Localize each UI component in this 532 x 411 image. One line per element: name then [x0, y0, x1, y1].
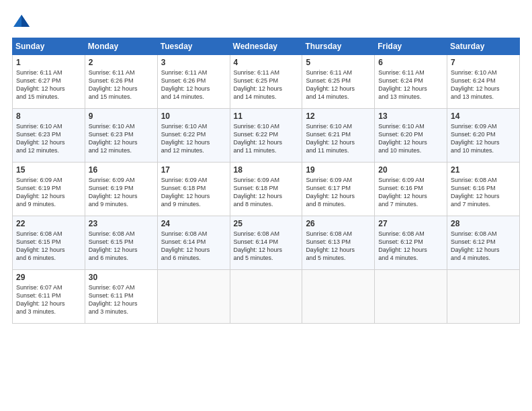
calendar-cell: 3Sunrise: 6:11 AMSunset: 6:26 PMDaylight… — [157, 55, 230, 109]
calendar-cell: 11Sunrise: 6:10 AMSunset: 6:22 PMDayligh… — [230, 109, 302, 163]
calendar-cell: 28Sunrise: 6:08 AMSunset: 6:12 PMDayligh… — [447, 216, 520, 270]
day-number: 4 — [234, 58, 299, 67]
calendar-cell: 1Sunrise: 6:11 AMSunset: 6:27 PMDaylight… — [13, 55, 85, 109]
calendar-cell: 2Sunrise: 6:11 AMSunset: 6:26 PMDaylight… — [85, 55, 157, 109]
day-info: Sunrise: 6:09 AMSunset: 6:18 PMDaylight:… — [234, 177, 283, 208]
day-info: Sunrise: 6:10 AMSunset: 6:24 PMDaylight:… — [451, 69, 500, 100]
day-info: Sunrise: 6:10 AMSunset: 6:23 PMDaylight:… — [89, 123, 138, 154]
day-number: 3 — [161, 58, 226, 67]
day-info: Sunrise: 6:10 AMSunset: 6:22 PMDaylight:… — [234, 123, 283, 154]
day-info: Sunrise: 6:08 AMSunset: 6:12 PMDaylight:… — [451, 230, 500, 261]
day-number: 7 — [451, 58, 516, 67]
calendar-header-friday: Friday — [375, 38, 447, 55]
calendar-cell: 20Sunrise: 6:09 AMSunset: 6:16 PMDayligh… — [375, 163, 447, 216]
day-number: 17 — [161, 165, 226, 175]
day-number: 6 — [378, 58, 443, 67]
day-info: Sunrise: 6:07 AMSunset: 6:11 PMDaylight:… — [89, 284, 138, 315]
calendar-week-2: 8Sunrise: 6:10 AMSunset: 6:23 PMDaylight… — [13, 109, 520, 163]
day-number: 13 — [378, 111, 443, 121]
calendar-cell: 15Sunrise: 6:09 AMSunset: 6:19 PMDayligh… — [13, 163, 85, 216]
calendar-cell: 24Sunrise: 6:08 AMSunset: 6:14 PMDayligh… — [157, 216, 230, 270]
day-number: 25 — [234, 219, 299, 228]
calendar-cell: 29Sunrise: 6:07 AMSunset: 6:11 PMDayligh… — [13, 270, 85, 324]
day-number: 30 — [89, 273, 154, 282]
day-info: Sunrise: 6:11 AMSunset: 6:26 PMDaylight:… — [161, 69, 210, 100]
day-info: Sunrise: 6:08 AMSunset: 6:15 PMDaylight:… — [16, 230, 65, 261]
day-number: 5 — [306, 58, 371, 67]
calendar-cell: 22Sunrise: 6:08 AMSunset: 6:15 PMDayligh… — [13, 216, 85, 270]
day-number: 27 — [378, 219, 443, 228]
svg-marker-1 — [21, 15, 30, 27]
calendar-cell: 25Sunrise: 6:08 AMSunset: 6:14 PMDayligh… — [230, 216, 302, 270]
calendar-cell: 6Sunrise: 6:11 AMSunset: 6:24 PMDaylight… — [375, 55, 447, 109]
day-number: 22 — [16, 219, 81, 228]
calendar-page: SundayMondayTuesdayWednesdayThursdayFrid… — [0, 0, 532, 411]
calendar-cell — [230, 270, 302, 324]
day-info: Sunrise: 6:10 AMSunset: 6:22 PMDaylight:… — [161, 123, 210, 154]
logo — [12, 12, 34, 31]
calendar-cell: 4Sunrise: 6:11 AMSunset: 6:25 PMDaylight… — [230, 55, 302, 109]
day-number: 2 — [89, 58, 154, 67]
day-info: Sunrise: 6:09 AMSunset: 6:18 PMDaylight:… — [161, 177, 210, 208]
day-info: Sunrise: 6:10 AMSunset: 6:23 PMDaylight:… — [16, 123, 65, 154]
calendar-week-4: 22Sunrise: 6:08 AMSunset: 6:15 PMDayligh… — [13, 216, 520, 270]
day-number: 15 — [16, 165, 81, 175]
day-number: 19 — [306, 165, 371, 175]
day-info: Sunrise: 6:09 AMSunset: 6:17 PMDaylight:… — [306, 177, 355, 208]
day-info: Sunrise: 6:10 AMSunset: 6:21 PMDaylight:… — [306, 123, 355, 154]
calendar-header-row: SundayMondayTuesdayWednesdayThursdayFrid… — [13, 38, 520, 55]
calendar-cell: 19Sunrise: 6:09 AMSunset: 6:17 PMDayligh… — [302, 163, 375, 216]
day-number: 14 — [451, 111, 516, 121]
day-number: 18 — [234, 165, 299, 175]
calendar-cell: 9Sunrise: 6:10 AMSunset: 6:23 PMDaylight… — [85, 109, 157, 163]
calendar-header-thursday: Thursday — [302, 38, 375, 55]
day-info: Sunrise: 6:08 AMSunset: 6:14 PMDaylight:… — [234, 230, 283, 261]
day-number: 29 — [16, 273, 81, 282]
day-number: 10 — [161, 111, 226, 121]
day-info: Sunrise: 6:11 AMSunset: 6:25 PMDaylight:… — [306, 69, 355, 100]
day-info: Sunrise: 6:07 AMSunset: 6:11 PMDaylight:… — [16, 284, 65, 315]
day-number: 21 — [451, 165, 516, 175]
calendar-cell — [302, 270, 375, 324]
day-number: 11 — [234, 111, 299, 121]
calendar-cell: 7Sunrise: 6:10 AMSunset: 6:24 PMDaylight… — [447, 55, 520, 109]
day-info: Sunrise: 6:09 AMSunset: 6:20 PMDaylight:… — [451, 123, 500, 154]
day-info: Sunrise: 6:11 AMSunset: 6:24 PMDaylight:… — [378, 69, 427, 100]
logo-icon — [12, 12, 31, 31]
calendar-header-wednesday: Wednesday — [230, 38, 302, 55]
calendar-cell — [157, 270, 230, 324]
day-number: 1 — [16, 58, 81, 67]
day-info: Sunrise: 6:08 AMSunset: 6:14 PMDaylight:… — [161, 230, 210, 261]
calendar-week-5: 29Sunrise: 6:07 AMSunset: 6:11 PMDayligh… — [13, 270, 520, 324]
calendar-header-monday: Monday — [85, 38, 157, 55]
calendar-cell: 27Sunrise: 6:08 AMSunset: 6:12 PMDayligh… — [375, 216, 447, 270]
day-info: Sunrise: 6:08 AMSunset: 6:13 PMDaylight:… — [306, 230, 355, 261]
calendar-header-tuesday: Tuesday — [157, 38, 230, 55]
calendar-cell: 18Sunrise: 6:09 AMSunset: 6:18 PMDayligh… — [230, 163, 302, 216]
calendar-cell: 23Sunrise: 6:08 AMSunset: 6:15 PMDayligh… — [85, 216, 157, 270]
calendar-cell — [375, 270, 447, 324]
calendar-cell: 17Sunrise: 6:09 AMSunset: 6:18 PMDayligh… — [157, 163, 230, 216]
calendar-cell: 10Sunrise: 6:10 AMSunset: 6:22 PMDayligh… — [157, 109, 230, 163]
day-number: 16 — [89, 165, 154, 175]
day-number: 8 — [16, 111, 81, 121]
calendar-header-saturday: Saturday — [447, 38, 520, 55]
calendar-header-sunday: Sunday — [13, 38, 85, 55]
calendar-week-1: 1Sunrise: 6:11 AMSunset: 6:27 PMDaylight… — [13, 55, 520, 109]
day-info: Sunrise: 6:08 AMSunset: 6:15 PMDaylight:… — [89, 230, 138, 261]
calendar-cell: 12Sunrise: 6:10 AMSunset: 6:21 PMDayligh… — [302, 109, 375, 163]
day-info: Sunrise: 6:08 AMSunset: 6:12 PMDaylight:… — [378, 230, 427, 261]
day-number: 9 — [89, 111, 154, 121]
calendar-table: SundayMondayTuesdayWednesdayThursdayFrid… — [12, 38, 520, 324]
day-number: 12 — [306, 111, 371, 121]
calendar-week-3: 15Sunrise: 6:09 AMSunset: 6:19 PMDayligh… — [13, 163, 520, 216]
day-info: Sunrise: 6:11 AMSunset: 6:26 PMDaylight:… — [89, 69, 138, 100]
day-number: 23 — [89, 219, 154, 228]
day-number: 24 — [161, 219, 226, 228]
calendar-cell — [447, 270, 520, 324]
day-info: Sunrise: 6:11 AMSunset: 6:27 PMDaylight:… — [16, 69, 65, 100]
day-info: Sunrise: 6:08 AMSunset: 6:16 PMDaylight:… — [451, 177, 500, 208]
header — [12, 12, 520, 31]
day-info: Sunrise: 6:10 AMSunset: 6:20 PMDaylight:… — [378, 123, 427, 154]
day-info: Sunrise: 6:09 AMSunset: 6:19 PMDaylight:… — [16, 177, 65, 208]
